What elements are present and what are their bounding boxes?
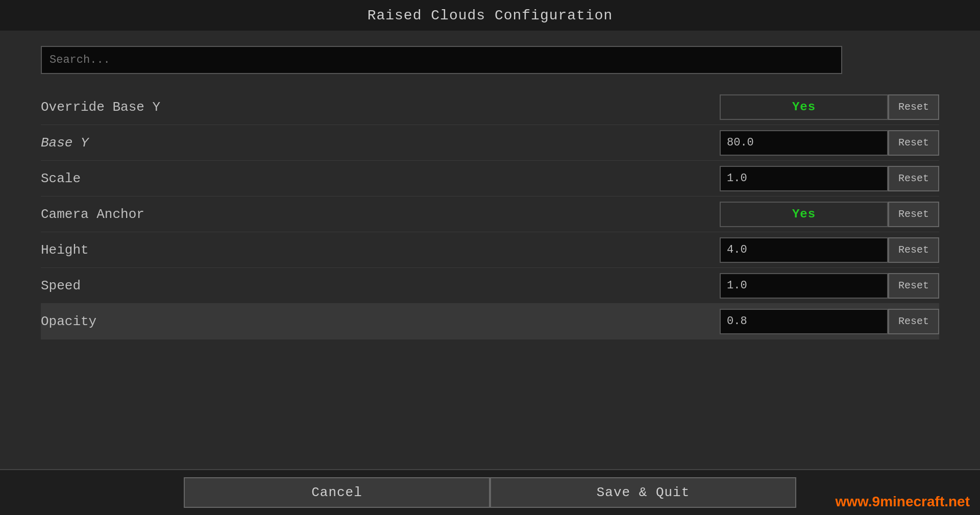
config-label-camera-anchor: Camera Anchor <box>41 207 720 222</box>
config-label-override-base-y: Override Base Y <box>41 100 720 115</box>
config-label-opacity: Opacity <box>41 314 720 329</box>
input-height[interactable] <box>727 243 881 256</box>
watermark: www.9minecraft.net <box>836 494 970 510</box>
config-row-scale: ScaleReset <box>41 161 939 197</box>
config-controls-opacity: Reset <box>720 309 939 334</box>
bottom-bar: Cancel Save & Quit <box>0 469 980 515</box>
toggle-override-base-y[interactable]: Yes <box>720 94 888 120</box>
config-row-override-base-y: Override Base YYesReset <box>41 89 939 125</box>
value-box-height <box>720 237 888 263</box>
input-scale[interactable] <box>727 172 881 185</box>
config-controls-speed: Reset <box>720 273 939 299</box>
cancel-button[interactable]: Cancel <box>184 477 490 508</box>
input-speed[interactable] <box>727 279 881 292</box>
config-label-base-y: Base Y <box>41 135 720 151</box>
reset-button-camera-anchor[interactable]: Reset <box>888 202 939 227</box>
config-row-base-y: Base YReset <box>41 125 939 161</box>
value-box-scale <box>720 166 888 191</box>
config-label-speed: Speed <box>41 278 720 293</box>
watermark-text: www.9minecraft.net <box>836 494 970 509</box>
reset-button-opacity[interactable]: Reset <box>888 309 939 334</box>
config-controls-override-base-y: YesReset <box>720 94 939 120</box>
value-box-base-y <box>720 130 888 156</box>
search-container <box>41 46 939 74</box>
reset-button-base-y[interactable]: Reset <box>888 130 939 156</box>
config-row-camera-anchor: Camera AnchorYesReset <box>41 197 939 232</box>
config-controls-base-y: Reset <box>720 130 939 156</box>
config-rows: Override Base YYesResetBase YResetScaleR… <box>41 89 939 339</box>
config-controls-camera-anchor: YesReset <box>720 202 939 227</box>
config-controls-scale: Reset <box>720 166 939 191</box>
config-label-scale: Scale <box>41 171 720 186</box>
config-row-opacity: OpacityReset <box>41 304 939 339</box>
top-bar: Raised Clouds Configuration <box>0 0 980 31</box>
config-label-height: Height <box>41 242 720 258</box>
config-row-speed: SpeedReset <box>41 268 939 304</box>
config-controls-height: Reset <box>720 237 939 263</box>
input-base-y[interactable] <box>727 136 881 149</box>
page-title: Raised Clouds Configuration <box>368 8 613 23</box>
search-input[interactable] <box>41 46 842 74</box>
reset-button-height[interactable]: Reset <box>888 237 939 263</box>
input-opacity[interactable] <box>727 315 881 328</box>
value-box-opacity <box>720 309 888 334</box>
reset-button-override-base-y[interactable]: Reset <box>888 94 939 120</box>
config-row-height: HeightReset <box>41 232 939 268</box>
reset-button-scale[interactable]: Reset <box>888 166 939 191</box>
reset-button-speed[interactable]: Reset <box>888 273 939 299</box>
main-content: Override Base YYesResetBase YResetScaleR… <box>0 31 980 355</box>
value-box-speed <box>720 273 888 299</box>
toggle-camera-anchor[interactable]: Yes <box>720 202 888 227</box>
save-quit-button[interactable]: Save & Quit <box>490 477 796 508</box>
